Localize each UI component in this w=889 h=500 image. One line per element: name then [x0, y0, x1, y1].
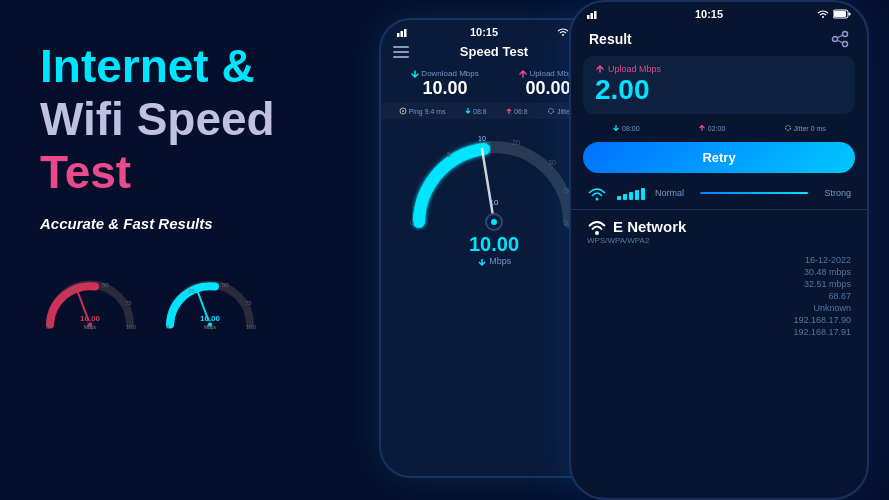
- retry-button[interactable]: Retry: [583, 142, 855, 173]
- svg-text:25: 25: [68, 287, 75, 293]
- p2-jitter-icon: [784, 124, 792, 132]
- svg-text:25: 25: [188, 287, 195, 293]
- p1-wifi-icon: [557, 28, 569, 36]
- p2-header-bar: Result: [571, 22, 867, 52]
- p2-stats-row: 08:00 02:00 Jitter 0 ms: [571, 120, 867, 136]
- net-detail-isp: Unknown: [813, 303, 851, 313]
- title-line3: Test: [40, 146, 131, 198]
- p1-ping-stat: Ping 9.4 ms: [399, 107, 446, 115]
- p2-upload-icon: [595, 64, 605, 74]
- svg-rect-42: [591, 13, 594, 19]
- network-security: WPS/WPA/WPA2: [587, 236, 851, 245]
- svg-point-55: [595, 231, 599, 235]
- svg-text:0: 0: [410, 219, 414, 226]
- p1-ping-value: 9.4 ms: [425, 108, 446, 115]
- svg-text:50: 50: [102, 281, 109, 287]
- menu-line1: [393, 46, 409, 48]
- p1-speedometer-svg: 0 5 10 20 30 50 100 10: [404, 127, 584, 237]
- p2-signal-icons: [587, 9, 601, 19]
- svg-text:10: 10: [478, 135, 486, 142]
- signal-strong-label: Strong: [824, 188, 851, 198]
- p2-battery-icons: [817, 9, 851, 19]
- p2-result-title: Result: [589, 31, 632, 47]
- network-details: 16-12-2022 30.48 mbps 32.51 mbps 68.67 U…: [571, 251, 867, 341]
- net-detail-ip1: 192.168.17.90: [793, 315, 851, 325]
- phone2: 10:15 Result: [569, 0, 869, 500]
- p2-status-bar: 10:15: [571, 2, 867, 22]
- net-detail-ip2: 192.168.17.91: [793, 327, 851, 337]
- svg-rect-41: [587, 15, 590, 19]
- svg-text:75: 75: [245, 299, 252, 305]
- net-detail-date: 16-12-2022: [805, 255, 851, 265]
- p2-ul-icon: [698, 124, 706, 132]
- svg-text:75: 75: [125, 299, 132, 305]
- jitter-icon: [547, 107, 555, 115]
- svg-text:Mbps: Mbps: [84, 323, 97, 329]
- net-detail-signal: 68.67: [828, 291, 851, 301]
- svg-point-28: [402, 110, 404, 112]
- p1-download-value: 10.00: [411, 78, 478, 99]
- signal-bar-1: [617, 196, 621, 200]
- svg-line-37: [482, 149, 494, 222]
- left-section: Internet & Wifi Speed Test Accurate & Fa…: [0, 0, 360, 500]
- svg-text:100: 100: [246, 323, 257, 329]
- menu-line2: [393, 51, 409, 53]
- svg-text:100: 100: [126, 323, 137, 329]
- p2-upload-value: 2.00: [595, 74, 843, 106]
- upload-arrow-icon: [519, 70, 527, 78]
- p2-signal-icon: [587, 9, 601, 19]
- p1-dl-stat: 08:8: [465, 107, 487, 115]
- mini-gauge-cyan: 0 25 50 75 100 10.00 Mbps: [160, 272, 260, 332]
- svg-rect-43: [594, 11, 597, 19]
- p1-title: Speed Test: [460, 44, 528, 59]
- svg-rect-46: [834, 11, 846, 17]
- svg-rect-20: [397, 33, 400, 37]
- share-icon[interactable]: [831, 30, 849, 48]
- divider: [571, 209, 867, 210]
- signal-bar-5: [641, 188, 645, 200]
- phones-area: 10:15 Speed Test: [349, 0, 889, 500]
- menu-icon[interactable]: [393, 46, 409, 58]
- signal-row: Normal Strong: [571, 179, 867, 207]
- title-line2: Wifi Speed: [40, 93, 275, 145]
- svg-text:10: 10: [490, 198, 499, 207]
- svg-point-23: [562, 34, 564, 36]
- svg-point-29: [548, 109, 553, 114]
- p1-ul-stat-val: 06:8: [514, 108, 528, 115]
- svg-rect-47: [848, 13, 850, 16]
- svg-point-50: [843, 42, 848, 47]
- p2-wifi-icon: [817, 10, 829, 18]
- svg-text:20: 20: [512, 139, 520, 146]
- network-section: E Network WPS/WPA/WPA2: [571, 212, 867, 251]
- title-line1: Internet &: [40, 40, 255, 92]
- dl-stat-icon: [465, 107, 471, 115]
- p2-dl-stat: 08:00: [612, 124, 640, 132]
- p1-time: 10:15: [470, 26, 498, 38]
- net-detail-ul: 32.51 mbps: [804, 279, 851, 289]
- p1-signal-icon: [397, 27, 411, 37]
- svg-text:10.00: 10.00: [200, 313, 221, 322]
- download-arrow-icon: [411, 70, 419, 78]
- menu-line3: [393, 56, 409, 58]
- p2-dl-icon: [612, 124, 620, 132]
- p1-download-item: Download Mbps 10.00: [411, 69, 478, 99]
- svg-text:50: 50: [222, 281, 229, 287]
- svg-point-44: [822, 16, 824, 18]
- svg-text:10.00: 10.00: [80, 313, 101, 322]
- svg-point-39: [491, 219, 497, 225]
- mini-gauges: 0 25 50 75 100 10.00 Mbps 0 25: [40, 272, 330, 332]
- p1-ul-stat: 06:8: [506, 107, 528, 115]
- signal-bars: [617, 186, 645, 200]
- wifi-signal-icon: [587, 185, 607, 201]
- mini-gauge-cyan-svg: 0 25 50 75 100 10.00 Mbps: [160, 272, 260, 332]
- signal-bar-2: [623, 194, 627, 200]
- subtitle: Accurate & Fast Results: [40, 215, 330, 232]
- signal-bar-4: [635, 190, 639, 200]
- p2-time: 10:15: [695, 8, 723, 20]
- svg-text:Mbps: Mbps: [204, 323, 217, 329]
- p2-battery-icon: [833, 9, 851, 19]
- p2-jitter-stat: Jitter 0 ms: [784, 124, 826, 132]
- mini-gauge-red: 0 25 50 75 100 10.00 Mbps: [40, 272, 140, 332]
- network-wifi-icon: [587, 219, 607, 235]
- mini-gauge-red-svg: 0 25 50 75 100 10.00 Mbps: [40, 272, 140, 332]
